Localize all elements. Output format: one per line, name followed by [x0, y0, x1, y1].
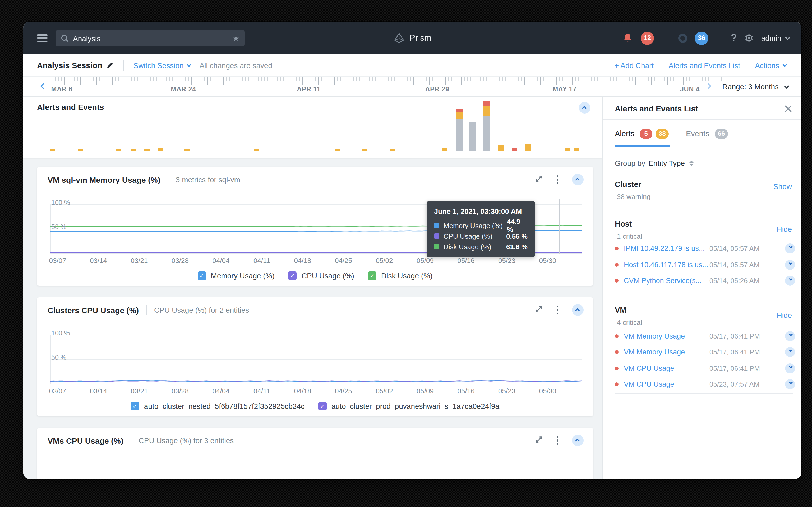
tooltip-row: Disk Usage (%)61.6 %	[434, 241, 527, 252]
hide-section-link[interactable]: Hide	[776, 225, 792, 233]
help-icon[interactable]: ?	[731, 32, 737, 44]
expand-alert-button[interactable]	[785, 260, 795, 270]
checkbox-checked-icon[interactable]: ✓	[198, 272, 206, 280]
expand-icon[interactable]	[535, 436, 543, 446]
divider	[615, 209, 793, 209]
x-tick-label: 04/04	[212, 387, 230, 395]
expand-icon[interactable]	[535, 305, 543, 315]
event-bar[interactable]	[50, 149, 55, 151]
chart-subtitle: CPU Usage (%) for 3 entities	[139, 436, 234, 445]
timeline-prev-icon[interactable]	[41, 83, 47, 89]
add-chart-button[interactable]: + Add Chart	[615, 61, 654, 69]
alert-link[interactable]: VM Memory Usage	[624, 348, 709, 356]
chart-card-vm-memory: VM sql-vm Memory Usage (%)3 metrics for …	[37, 167, 593, 286]
bar-segment-yellow	[78, 149, 83, 151]
group-by-control[interactable]: Group by Entity Type	[615, 159, 693, 167]
tab-events[interactable]: Events	[686, 129, 709, 138]
legend-checkbox-item[interactable]: ✓CPU Usage (%)	[288, 272, 354, 280]
legend-checkbox-item[interactable]: ✓Disk Usage (%)	[368, 272, 433, 280]
legend-checkbox-item[interactable]: ✓auto_cluster_prod_puvaneshwari_s_1a7ca0…	[318, 402, 499, 410]
x-tick-label: 03/14	[90, 257, 107, 265]
expand-alert-button[interactable]	[785, 379, 795, 389]
edit-pencil-icon[interactable]	[106, 61, 114, 69]
search-box[interactable]: ★	[55, 30, 245, 47]
hide-section-link[interactable]: Hide	[776, 311, 792, 320]
alert-link[interactable]: VM Memory Usage	[624, 332, 709, 340]
expand-alert-button[interactable]	[785, 243, 795, 253]
event-bar[interactable]	[525, 144, 531, 151]
event-bar[interactable]	[483, 101, 490, 151]
kebab-menu-icon[interactable]	[556, 175, 558, 184]
kebab-menu-icon[interactable]	[556, 436, 558, 445]
checkbox-checked-icon[interactable]: ✓	[368, 272, 376, 280]
event-bar[interactable]	[442, 149, 447, 151]
range-label: Range: 3 Months	[722, 82, 779, 91]
bar-segment-gray	[469, 122, 476, 151]
expand-alert-button[interactable]	[785, 331, 795, 341]
collapse-chart-button[interactable]	[572, 174, 583, 185]
collapse-chart-button[interactable]	[572, 304, 583, 316]
alert-list-item: CVM Python Service(s...05/14, 05:26 AM	[615, 273, 795, 288]
tasks-ring-icon[interactable]	[678, 34, 688, 43]
checkbox-checked-icon[interactable]: ✓	[318, 402, 327, 410]
event-bar[interactable]	[469, 122, 476, 151]
gear-icon[interactable]: ⚙	[744, 32, 754, 44]
event-bar[interactable]	[116, 149, 121, 151]
expand-alert-button[interactable]	[785, 363, 795, 373]
collapse-chart-button[interactable]	[572, 435, 583, 446]
expand-alert-button[interactable]	[785, 275, 795, 285]
stage: Prism ★ 12 36 ? ⚙ admin	[0, 0, 812, 507]
alerts-events-list-button[interactable]: Alerts and Events List	[668, 61, 740, 69]
legend-checkbox-item[interactable]: ✓Memory Usage (%)	[198, 272, 274, 280]
event-bar[interactable]	[390, 149, 395, 151]
alert-count-badge[interactable]: 12	[641, 32, 654, 45]
user-menu[interactable]: admin	[761, 34, 789, 42]
tab-alerts[interactable]: Alerts	[615, 129, 635, 138]
alert-link[interactable]: VM CPU Usage	[624, 364, 709, 372]
hamburger-menu-icon[interactable]	[37, 34, 48, 42]
bar-segment-yellow	[335, 149, 341, 151]
main-column: Alerts and Events VM sql-vm Memory Usage…	[23, 97, 602, 479]
event-bar[interactable]	[456, 109, 463, 151]
event-bar[interactable]	[498, 145, 504, 151]
bar-segment-yellow	[565, 149, 570, 151]
search-input[interactable]	[73, 34, 232, 43]
event-bar[interactable]	[565, 149, 570, 151]
kebab-menu-icon[interactable]	[556, 306, 558, 315]
expand-icon[interactable]	[535, 175, 543, 184]
close-icon[interactable]	[784, 105, 792, 112]
range-selector[interactable]: Range: 3 Months	[710, 76, 801, 97]
task-count-badge[interactable]: 36	[695, 32, 709, 45]
top-bar: Prism ★ 12 36 ? ⚙ admin	[23, 22, 801, 54]
event-bar[interactable]	[335, 149, 341, 151]
favorite-star-icon[interactable]: ★	[232, 34, 240, 43]
checkbox-checked-icon[interactable]: ✓	[131, 402, 139, 410]
alerts-bell-icon[interactable]	[622, 33, 633, 44]
bar-segment-yellow	[158, 148, 163, 151]
event-bar[interactable]	[185, 149, 190, 151]
alert-link[interactable]: IPMI 10.49.22.179 is us...	[624, 244, 709, 252]
expand-alert-button[interactable]	[785, 347, 795, 357]
timeline-ruler[interactable]: MAR 6MAR 24APR 11APR 29MAY 17JUN 4 Range…	[23, 76, 801, 97]
alert-link[interactable]: Host 10.46.117.178 is us...	[624, 261, 709, 269]
event-bar[interactable]	[144, 149, 150, 151]
show-section-link[interactable]: Show	[773, 182, 792, 191]
alerts-events-panel: Alerts and Events List Alerts 538 Events…	[602, 97, 801, 479]
chart-card-icons	[535, 174, 583, 185]
event-bar[interactable]	[131, 149, 136, 151]
event-bar[interactable]	[512, 149, 517, 151]
actions-menu-button[interactable]: Actions	[755, 61, 785, 69]
event-bar[interactable]	[362, 149, 367, 151]
event-bar[interactable]	[158, 148, 163, 151]
alert-link[interactable]: VM CPU Usage	[624, 380, 709, 388]
event-bar[interactable]	[574, 148, 579, 151]
legend-checkbox-item[interactable]: ✓auto_cluster_nested_5f6b78f157f2f352925…	[131, 402, 305, 410]
critical-dot-icon	[615, 263, 618, 267]
section-name: Cluster	[615, 180, 641, 188]
event-bar[interactable]	[254, 149, 259, 151]
switch-session-button[interactable]: Switch Session	[134, 61, 190, 69]
x-tick-label: 05/09	[417, 387, 434, 395]
checkbox-checked-icon[interactable]: ✓	[288, 272, 297, 280]
alert-link[interactable]: CVM Python Service(s...	[624, 277, 709, 284]
event-bar[interactable]	[78, 149, 83, 151]
